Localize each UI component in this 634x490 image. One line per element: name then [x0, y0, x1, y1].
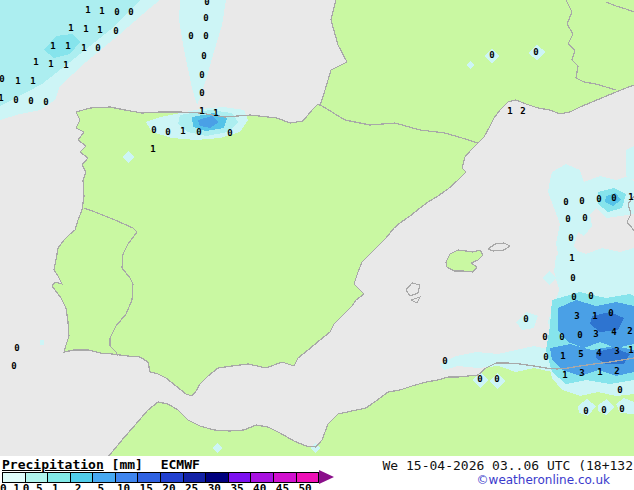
legend-tick-label: 45	[276, 482, 289, 490]
legend-color-segment	[161, 473, 184, 482]
legend-parameter-label: Precipitation	[2, 457, 104, 472]
legend-tick-label: 1	[52, 482, 59, 490]
legend-tick-label: 5	[97, 482, 104, 490]
legend-tick-label: 15	[140, 482, 153, 490]
legend-tick-label: 20	[162, 482, 175, 490]
legend-ticks: 0.10.5125101520253035404550	[0, 482, 340, 490]
weather-map-screenshot: 1100111011101110111000000000011001001001…	[0, 0, 634, 490]
legend-tick-label: 0.1	[0, 482, 20, 490]
legend-title: Precipitation [mm] ECMWF	[2, 457, 200, 472]
legend-unit-label: [mm]	[112, 457, 143, 472]
legend-color-segment	[251, 473, 274, 482]
legend-tick-label: 30	[208, 482, 221, 490]
legend-model-label: ECMWF	[161, 457, 200, 472]
legend-color-segment	[138, 473, 161, 482]
legend-color-segment	[184, 473, 207, 482]
legend-tick-label: 25	[185, 482, 198, 490]
legend-tick-label: 0.5	[23, 482, 43, 490]
forecast-timestamp: We 15-04-2026 03..06 UTC (18+132	[383, 458, 633, 473]
bottom-bar: Precipitation [mm] ECMWF 0.10.5125101520…	[0, 456, 634, 490]
legend-tick-label: 50	[298, 482, 311, 490]
legend-tick-label: 35	[230, 482, 243, 490]
legend-color-segment	[71, 473, 94, 482]
legend-color-segment	[116, 473, 139, 482]
legend-color-segment	[297, 473, 319, 482]
legend-tick-label: 10	[117, 482, 130, 490]
legend-tick-label: 2	[75, 482, 82, 490]
legend-color-segment	[48, 473, 71, 482]
legend-tick-label: 40	[253, 482, 266, 490]
legend-color-segment	[26, 473, 49, 482]
legend-color-segment	[229, 473, 252, 482]
legend-color-segment	[274, 473, 297, 482]
weather-map	[0, 0, 634, 457]
legend-color-segment	[206, 473, 229, 482]
map-canvas	[0, 0, 634, 457]
legend-color-segment	[93, 473, 116, 482]
legend-color-segment	[3, 473, 26, 482]
copyright-watermark: ©weatheronline.co.uk	[477, 473, 610, 487]
